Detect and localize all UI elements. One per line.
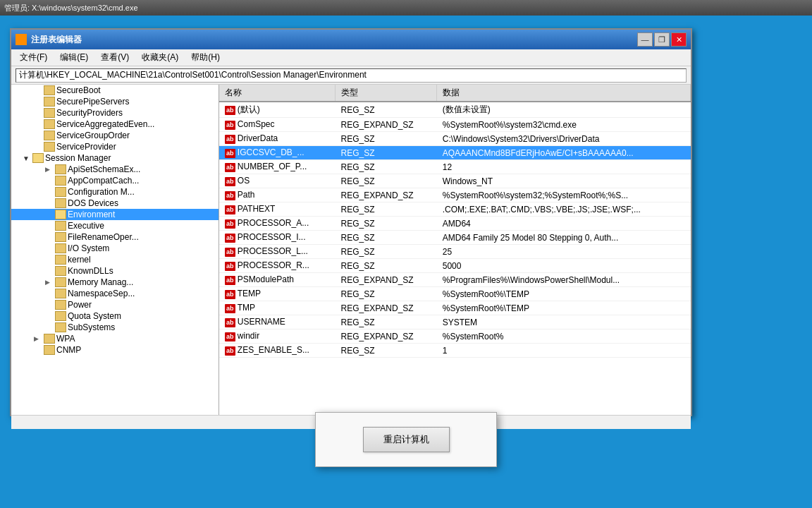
tree-item-secureBoot[interactable]: SecureBoot — [11, 85, 219, 96]
cell-data: AMD64 — [437, 217, 691, 231]
tree-label: I/O System — [68, 243, 109, 253]
cell-data: %SystemRoot%\system32\cmd.exe — [437, 118, 691, 132]
table-row[interactable]: ab (默认)REG_SZ(数值未设置) — [219, 102, 691, 118]
tree-item-serviceGroupOrder[interactable]: ServiceGroupOrder — [11, 130, 219, 141]
cell-type: REG_SZ — [336, 160, 437, 174]
expand-icon[interactable]: ▶ — [34, 335, 44, 342]
col-type[interactable]: 类型 — [336, 85, 437, 102]
table-row[interactable]: ab PROCESSOR_R...REG_SZ5000 — [219, 259, 691, 273]
tree-item-power[interactable]: Power — [11, 299, 219, 310]
tree-item-securePipeServers[interactable]: SecurePipeServers — [11, 96, 219, 107]
col-name[interactable]: 名称 — [219, 85, 336, 102]
table-row[interactable]: ab ZES_ENABLE_S...REG_SZ1 — [219, 344, 691, 358]
cell-type: REG_EXPAND_SZ — [336, 329, 437, 344]
menu-favorites[interactable]: 收藏夹(A) — [136, 50, 184, 65]
table-row[interactable]: ab windirREG_EXPAND_SZ%SystemRoot% — [219, 329, 691, 344]
reg-type-icon: ab — [225, 135, 235, 144]
reg-type-icon: ab — [225, 290, 235, 299]
tree-label: Executive — [68, 221, 104, 231]
folder-icon — [55, 221, 66, 231]
tree-label: KnownDLLs — [68, 266, 113, 276]
tree-label: NamespaceSep... — [68, 289, 135, 298]
address-input[interactable] — [16, 68, 687, 83]
cell-type: REG_SZ — [336, 174, 437, 188]
expand-icon[interactable]: ▶ — [45, 166, 55, 173]
table-row[interactable]: ab TEMPREG_SZ%SystemRoot%\TEMP — [219, 287, 691, 301]
tree-item-appCompatCac[interactable]: AppCompatCach... — [11, 175, 219, 186]
cell-type: REG_EXPAND_SZ — [336, 273, 437, 287]
close-button[interactable]: ✕ — [671, 32, 687, 47]
tree-item-sessionManager[interactable]: ▼ Session Manager — [11, 152, 219, 164]
table-row[interactable]: ab PROCESSOR_L...REG_SZ25 — [219, 245, 691, 259]
tree-item-ioSystem[interactable]: I/O System — [11, 243, 219, 254]
tree-item-executive[interactable]: Executive — [11, 220, 219, 231]
table-row[interactable]: ab IGCCSVC_DB_...REG_SZAQAAANCMnd8BFdERj… — [219, 146, 691, 160]
tree-item-namespaceSep[interactable]: NamespaceSep... — [11, 288, 219, 299]
menu-file[interactable]: 文件(F) — [14, 50, 53, 65]
table-row[interactable]: ab OSREG_SZWindows_NT — [219, 174, 691, 188]
cell-type: REG_SZ — [336, 344, 437, 358]
table-row[interactable]: ab PROCESSOR_I...REG_SZAMD64 Family 25 M… — [219, 231, 691, 245]
cell-name: ab DriverData — [219, 132, 336, 146]
tree-label: Quota System — [68, 311, 121, 321]
cell-type: REG_SZ — [336, 259, 437, 273]
folder-icon — [55, 210, 66, 219]
cell-type: REG_SZ — [336, 315, 437, 329]
folder-icon — [55, 232, 66, 242]
tree-item-serviceProvider[interactable]: ServiceProvider — [11, 141, 219, 152]
tree-item-memoryManag[interactable]: ▶ Memory Manag... — [11, 277, 219, 288]
table-row[interactable]: ab ComSpecREG_EXPAND_SZ%SystemRoot%\syst… — [219, 118, 691, 132]
folder-icon — [55, 322, 66, 332]
table-row[interactable]: ab PathREG_EXPAND_SZ%SystemRoot%\system3… — [219, 188, 691, 202]
cell-name: ab TMP — [219, 301, 336, 315]
tree-item-securityProviders[interactable]: SecurityProviders — [11, 107, 219, 119]
cell-type: REG_SZ — [336, 245, 437, 259]
tree-item-fileRenameOper[interactable]: FileRenameOper... — [11, 231, 219, 243]
tree-item-serviceAggregated[interactable]: ServiceAggregatedEven... — [11, 119, 219, 130]
table-row[interactable]: ab PATHEXTREG_SZ.COM;.EXE;.BAT;.CMD;.VBS… — [219, 202, 691, 217]
table-row[interactable]: ab NUMBER_OF_P...REG_SZ12 — [219, 160, 691, 174]
folder-icon — [44, 97, 55, 107]
expand-icon[interactable]: ▼ — [23, 155, 32, 162]
tree-item-dosDevices[interactable]: DOS Devices — [11, 198, 219, 209]
tree-item-kernel[interactable]: kernel — [11, 254, 219, 265]
cell-name: ab PROCESSOR_L... — [219, 245, 336, 259]
menu-edit[interactable]: 编辑(E) — [54, 50, 94, 65]
cell-type: REG_SZ — [336, 102, 437, 118]
cell-name: ab USERNAME — [219, 315, 336, 329]
restart-button[interactable]: 重启计算机 — [363, 427, 450, 452]
expand-icon[interactable]: ▶ — [45, 279, 55, 286]
table-row[interactable]: ab DriverDataREG_SZC:\Windows\System32\D… — [219, 132, 691, 146]
tree-item-wpa[interactable]: ▶ WPA — [11, 333, 219, 344]
table-row[interactable]: ab USERNAMEREG_SZSYSTEM — [219, 315, 691, 329]
col-data[interactable]: 数据 — [437, 85, 691, 102]
cell-name: ab PROCESSOR_R... — [219, 259, 336, 273]
tree-label: SecurePipeServers — [56, 97, 129, 107]
regedit-titlebar: 注册表编辑器 — ❐ ✕ — [11, 30, 691, 49]
minimize-button[interactable]: — — [637, 32, 653, 47]
table-row[interactable]: ab TMPREG_EXPAND_SZ%SystemRoot%\TEMP — [219, 301, 691, 315]
tree-item-apiSetSchemaEx[interactable]: ▶ ApiSetSchemaEx... — [11, 164, 219, 175]
tree-item-quotaSystem[interactable]: Quota System — [11, 310, 219, 322]
reg-type-icon: ab — [225, 219, 235, 229]
menu-view[interactable]: 查看(V) — [95, 50, 135, 65]
tree-item-subSystems[interactable]: SubSystems — [11, 322, 219, 333]
table-row[interactable]: ab PSModulePathREG_EXPAND_SZ%ProgramFile… — [219, 273, 691, 287]
cell-data: %SystemRoot% — [437, 329, 691, 344]
tree-item-cnmp[interactable]: CNMP — [11, 344, 219, 356]
tree-label: ServiceAggregatedEven... — [56, 119, 154, 129]
tree-label: SecurityProviders — [56, 108, 123, 118]
tree-item-configurationM[interactable]: Configuration M... — [11, 186, 219, 198]
menu-help[interactable]: 帮助(H) — [185, 50, 226, 65]
cell-type: REG_EXPAND_SZ — [336, 188, 437, 202]
tree-label: WPA — [56, 334, 75, 344]
cell-data: (数值未设置) — [437, 102, 691, 118]
tree-item-knownDLLs[interactable]: KnownDLLs — [11, 265, 219, 277]
cell-name: ab windir — [219, 329, 336, 344]
restore-button[interactable]: ❐ — [654, 32, 670, 47]
tree-item-environment[interactable]: Environment — [11, 209, 219, 220]
cell-data: %ProgramFiles%\WindowsPowerShell\Modul..… — [437, 273, 691, 287]
restart-dialog: 重启计算机 — [315, 412, 497, 467]
tree-label: AppCompatCach... — [68, 176, 139, 186]
table-row[interactable]: ab PROCESSOR_A...REG_SZAMD64 — [219, 217, 691, 231]
